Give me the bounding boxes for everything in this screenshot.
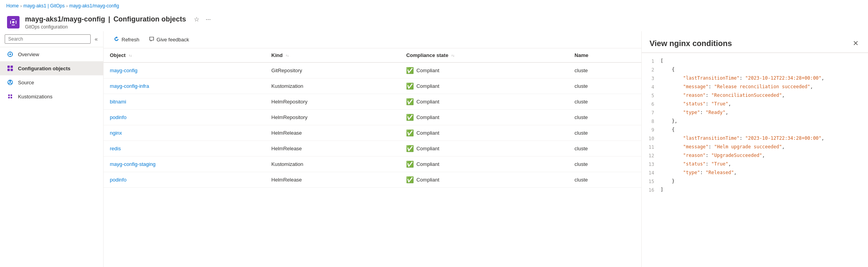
col-name-label: Name — [574, 52, 588, 58]
code-line: 5 "reason": "ReconciliationSucceeded", — [642, 92, 868, 101]
object-link-7[interactable]: podinfo — [110, 177, 127, 183]
cell-name-2: cluste — [568, 94, 641, 110]
cell-kind-5: HelmRelease — [265, 141, 400, 157]
search-input[interactable] — [5, 34, 91, 44]
code-line: 15 } — [642, 178, 868, 187]
col-name[interactable]: Name — [568, 48, 641, 62]
feedback-icon — [149, 36, 154, 43]
cell-kind-3: HelmRepository — [265, 110, 400, 125]
line-number: 11 — [642, 144, 660, 150]
code-line: 9 { — [642, 126, 868, 135]
more-button[interactable]: ··· — [204, 15, 212, 24]
json-key: "type" — [683, 110, 700, 115]
page-title: mayg-aks1/mayg-config | Configuration ob… — [25, 15, 212, 24]
table-row: nginx HelmRelease ✅ Compliant cluste — [104, 125, 641, 141]
compliant-icon-7: ✅ — [406, 176, 414, 183]
object-link-0[interactable]: mayg-config — [110, 68, 138, 73]
json-value: "ReconciliationSucceeded" — [711, 93, 782, 98]
cell-name-5: cluste — [568, 141, 641, 157]
object-link-6[interactable]: mayg-config-staging — [110, 161, 156, 167]
line-content: "type": "Ready", — [660, 109, 868, 116]
object-link-4[interactable]: nginx — [110, 130, 122, 136]
side-panel-title: View nginx conditions — [650, 39, 732, 48]
col-object[interactable]: Object ↑↓ — [104, 48, 265, 62]
compliance-label-0: Compliant — [416, 68, 439, 73]
source-icon — [6, 78, 14, 86]
kustomize-icon — [6, 93, 14, 100]
table-row: bitnami HelmRepository ✅ Compliant clust… — [104, 94, 641, 110]
cell-compliance-7: ✅ Compliant — [400, 172, 568, 188]
config-icon — [6, 64, 14, 72]
sidebar-item-configuration-objects[interactable]: Configuration objects — [0, 61, 103, 75]
breadcrumb-sep-1: › — [20, 4, 22, 8]
cell-object-2: bitnami — [104, 94, 265, 110]
svg-rect-7 — [7, 69, 10, 71]
line-number: 15 — [642, 178, 660, 184]
table-header-row: Object ↑↓ Kind ↑↓ Compliance state ↑↓ — [104, 48, 641, 62]
code-line: 8 }, — [642, 118, 868, 126]
json-key: "reason" — [683, 93, 706, 98]
line-number: 7 — [642, 109, 660, 116]
configuration-table: Object ↑↓ Kind ↑↓ Compliance state ↑↓ — [104, 48, 641, 188]
line-number: 16 — [642, 187, 660, 193]
code-line: 10 "lastTransitionTime": "2023-10-12T22:… — [642, 135, 868, 144]
code-line: 16] — [642, 187, 868, 195]
sidebar-collapse-button[interactable]: « — [94, 35, 98, 43]
object-link-2[interactable]: bitnami — [110, 99, 126, 105]
favorite-button[interactable]: ☆ — [192, 15, 201, 24]
line-content: "status": "True", — [660, 161, 868, 167]
compliant-icon-2: ✅ — [406, 98, 414, 105]
feedback-button[interactable]: Give feedback — [145, 34, 193, 45]
json-key: "lastTransitionTime" — [683, 135, 740, 141]
cell-kind-7: HelmRelease — [265, 172, 400, 188]
breadcrumb-home[interactable]: Home — [6, 3, 19, 9]
sidebar-item-kustomizations[interactable]: Kustomizations — [0, 89, 103, 103]
line-number: 6 — [642, 101, 660, 107]
compliance-label-5: Compliant — [416, 146, 439, 151]
table-container: Object ↑↓ Kind ↑↓ Compliance state ↑↓ — [104, 48, 641, 267]
line-number: 4 — [642, 84, 660, 90]
sidebar-item-source[interactable]: Source — [0, 75, 103, 89]
json-value: "True" — [711, 101, 728, 107]
configuration-objects-label: Configuration objects — [18, 66, 70, 71]
cell-name-7: cluste — [568, 172, 641, 188]
cell-compliance-0: ✅ Compliant — [400, 62, 568, 78]
compliance-label-1: Compliant — [416, 83, 439, 89]
code-line: 14 "type": "Released", — [642, 169, 868, 178]
col-compliance[interactable]: Compliance state ↑↓ — [400, 48, 568, 62]
json-key: "status" — [683, 101, 706, 107]
cell-name-1: cluste — [568, 78, 641, 94]
code-line: 13 "status": "True", — [642, 161, 868, 169]
json-value: "Helm upgrade succeeded" — [714, 144, 782, 150]
code-line: 12 "reason": "UpgradeSucceeded", — [642, 152, 868, 161]
compliance-label-2: Compliant — [416, 99, 439, 105]
sidebar-item-overview[interactable]: Overview — [0, 47, 103, 61]
line-content: "lastTransitionTime": "2023-10-12T22:34:… — [660, 135, 868, 141]
cell-name-6: cluste — [568, 157, 641, 172]
line-number: 9 — [642, 126, 660, 133]
cell-compliance-6: ✅ Compliant — [400, 157, 568, 172]
object-link-3[interactable]: podinfo — [110, 114, 127, 120]
object-link-1[interactable]: mayg-config-infra — [110, 83, 149, 89]
cell-object-7: podinfo — [104, 172, 265, 188]
json-value: "True" — [711, 161, 728, 167]
object-link-5[interactable]: redis — [110, 146, 121, 151]
line-number: 13 — [642, 161, 660, 167]
compliant-icon-4: ✅ — [406, 129, 414, 137]
side-panel-close-button[interactable]: ✕ — [851, 37, 860, 49]
sort-compliance-icon: ↑↓ — [451, 54, 455, 57]
line-number: 1 — [642, 58, 660, 64]
breadcrumb-config[interactable]: mayg-aks1/mayg-config — [69, 3, 119, 9]
cell-compliance-3: ✅ Compliant — [400, 110, 568, 125]
sort-object-icon: ↑↓ — [129, 54, 132, 57]
json-key: "type" — [683, 170, 700, 175]
col-kind[interactable]: Kind ↑↓ — [265, 48, 400, 62]
sidebar: « Overview Configuration — [0, 31, 104, 267]
line-number: 8 — [642, 118, 660, 124]
header-actions: ☆ ··· — [192, 15, 212, 24]
breadcrumb-gitops[interactable]: mayg-aks1 | GitOps — [23, 3, 65, 9]
refresh-button[interactable]: Refresh — [110, 34, 143, 45]
table-row: mayg-config-staging Kustomization ✅ Comp… — [104, 157, 641, 172]
line-content: [ — [660, 58, 868, 64]
line-number: 10 — [642, 135, 660, 141]
